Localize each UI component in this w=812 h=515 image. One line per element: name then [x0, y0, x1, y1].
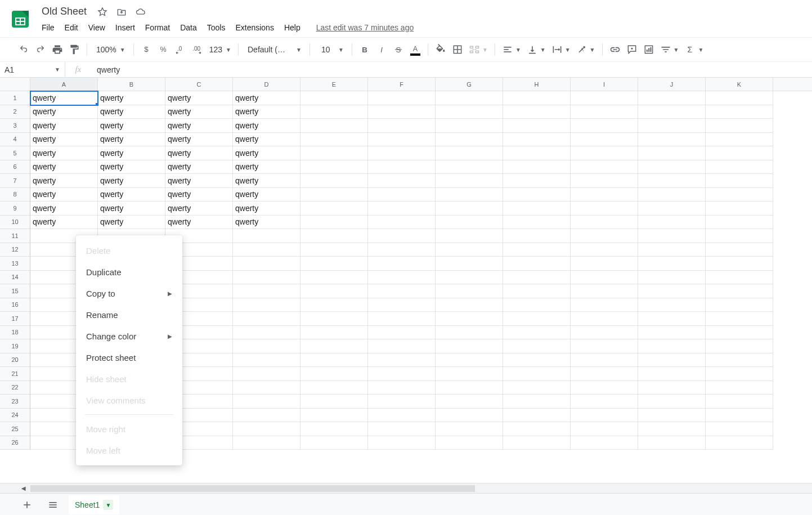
cell-J16[interactable]: [638, 298, 706, 312]
cell-K8[interactable]: [706, 188, 773, 202]
cell-F15[interactable]: [368, 284, 436, 298]
cell-J12[interactable]: [638, 243, 706, 257]
cell-H16[interactable]: [503, 298, 571, 312]
cell-D22[interactable]: [233, 381, 300, 395]
row-head-15[interactable]: 15: [0, 284, 30, 298]
cell-H12[interactable]: [503, 243, 571, 257]
cell-G16[interactable]: [436, 298, 503, 312]
row-head-6[interactable]: 6: [0, 160, 30, 174]
hscroll-track[interactable]: [30, 485, 499, 492]
cell-A7[interactable]: qwerty: [30, 174, 98, 188]
cell-I11[interactable]: [571, 229, 638, 243]
cell-H24[interactable]: [503, 409, 571, 423]
row-head-21[interactable]: 21: [0, 367, 30, 381]
cell-E5[interactable]: [300, 146, 368, 160]
col-head-F[interactable]: F: [368, 78, 436, 91]
comment-icon[interactable]: [624, 42, 640, 57]
cell-I21[interactable]: [571, 367, 638, 381]
cell-C8[interactable]: qwerty: [165, 188, 233, 202]
cell-J6[interactable]: [638, 160, 706, 174]
cell-E9[interactable]: [300, 201, 368, 216]
more-formats-select[interactable]: 123▼: [206, 42, 234, 57]
cell-G26[interactable]: [436, 436, 503, 450]
all-sheets-icon[interactable]: [43, 495, 63, 515]
cell-I18[interactable]: [571, 326, 638, 340]
cell-F22[interactable]: [368, 381, 436, 395]
cell-J19[interactable]: [638, 339, 706, 353]
col-head-I[interactable]: I: [571, 78, 638, 91]
cell-K1[interactable]: [706, 91, 773, 105]
row-head-17[interactable]: 17: [0, 312, 30, 326]
cell-K26[interactable]: [706, 436, 773, 450]
col-head-C[interactable]: C: [165, 78, 233, 91]
row-head-8[interactable]: 8: [0, 188, 30, 202]
cell-J26[interactable]: [638, 436, 706, 450]
row-head-7[interactable]: 7: [0, 174, 30, 188]
print-icon[interactable]: [50, 42, 65, 57]
cell-I15[interactable]: [571, 284, 638, 298]
selection-handle[interactable]: [96, 103, 98, 105]
dec-decimal-icon[interactable]: .0: [172, 42, 188, 57]
cell-H3[interactable]: [503, 119, 571, 133]
cell-K24[interactable]: [706, 409, 773, 423]
redo-icon[interactable]: [33, 42, 48, 57]
cell-E21[interactable]: [300, 367, 368, 381]
cell-J14[interactable]: [638, 271, 706, 285]
cell-H14[interactable]: [503, 271, 571, 285]
cell-B1[interactable]: qwerty: [98, 91, 165, 105]
cell-F9[interactable]: [368, 201, 436, 216]
cell-F23[interactable]: [368, 395, 436, 409]
cell-G23[interactable]: [436, 395, 503, 409]
fill-color-icon[interactable]: [433, 42, 448, 57]
cell-J20[interactable]: [638, 353, 706, 368]
cell-I12[interactable]: [571, 243, 638, 257]
cell-G21[interactable]: [436, 367, 503, 381]
cell-D1[interactable]: qwerty: [233, 91, 300, 105]
cell-K21[interactable]: [706, 367, 773, 381]
cell-D6[interactable]: qwerty: [233, 160, 300, 174]
cell-I4[interactable]: [571, 133, 638, 147]
rotate-icon[interactable]: A▼: [574, 42, 598, 57]
document-title[interactable]: Old Sheet: [38, 5, 90, 19]
cell-C2[interactable]: qwerty: [165, 105, 233, 119]
cell-I14[interactable]: [571, 271, 638, 285]
row-head-19[interactable]: 19: [0, 339, 30, 353]
ctx-change-color[interactable]: Change color▶: [76, 325, 182, 347]
cell-H11[interactable]: [503, 229, 571, 243]
cell-J8[interactable]: [638, 188, 706, 202]
cell-D18[interactable]: [233, 326, 300, 340]
cell-F6[interactable]: [368, 160, 436, 174]
menu-data[interactable]: Data: [176, 21, 201, 34]
cell-E25[interactable]: [300, 422, 368, 436]
cell-K14[interactable]: [706, 271, 773, 285]
move-icon[interactable]: [115, 5, 128, 19]
cell-H10[interactable]: [503, 216, 571, 230]
cell-F25[interactable]: [368, 422, 436, 436]
cell-A5[interactable]: qwerty: [30, 146, 98, 160]
cell-D2[interactable]: qwerty: [233, 105, 300, 119]
cell-J7[interactable]: [638, 174, 706, 188]
cell-C3[interactable]: qwerty: [165, 119, 233, 133]
col-head-E[interactable]: E: [300, 78, 368, 91]
cell-G11[interactable]: [436, 229, 503, 243]
cell-E14[interactable]: [300, 271, 368, 285]
cell-E1[interactable]: [300, 91, 368, 105]
row-head-10[interactable]: 10: [0, 216, 30, 230]
cell-D26[interactable]: [233, 436, 300, 450]
menu-edit[interactable]: Edit: [60, 21, 83, 34]
cell-K16[interactable]: [706, 298, 773, 312]
cell-G8[interactable]: [436, 188, 503, 202]
cell-I9[interactable]: [571, 201, 638, 216]
cell-C5[interactable]: qwerty: [165, 146, 233, 160]
cell-G14[interactable]: [436, 271, 503, 285]
cell-K6[interactable]: [706, 160, 773, 174]
cell-K10[interactable]: [706, 216, 773, 230]
cell-E8[interactable]: [300, 188, 368, 202]
col-head-D[interactable]: D: [233, 78, 300, 91]
cell-C9[interactable]: qwerty: [165, 201, 233, 216]
cell-D5[interactable]: qwerty: [233, 146, 300, 160]
menu-view[interactable]: View: [84, 21, 110, 34]
ctx-move-left[interactable]: Move left: [76, 440, 182, 461]
cell-E15[interactable]: [300, 284, 368, 298]
cell-I17[interactable]: [571, 312, 638, 326]
